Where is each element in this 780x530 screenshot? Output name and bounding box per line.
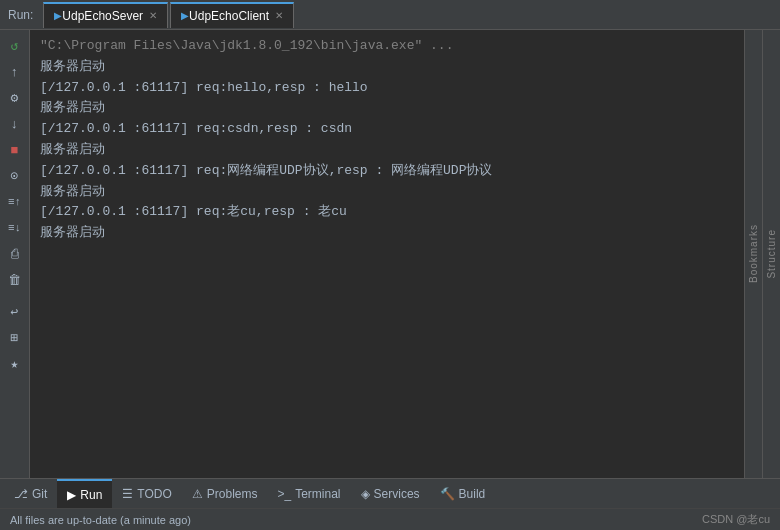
- scroll-up-button[interactable]: ≡↑: [3, 190, 27, 214]
- bottom-tab-todo[interactable]: ☰TODO: [112, 479, 181, 508]
- git-tab-icon: ⎇: [14, 487, 28, 501]
- console-line: 服务器启动: [40, 98, 734, 119]
- server-tab-label: UdpEchoSever: [62, 9, 143, 23]
- console-line: 服务器启动: [40, 223, 734, 244]
- run-tab-label: Run: [80, 488, 102, 502]
- server-tab-close[interactable]: ✕: [149, 10, 157, 21]
- structure-label: Structure: [766, 229, 777, 279]
- todo-tab-icon: ☰: [122, 487, 133, 501]
- tab-udpechoserver[interactable]: ▶ UdpEchoSever ✕: [43, 2, 168, 28]
- bottom-tab-build[interactable]: 🔨Build: [430, 479, 496, 508]
- status-text: All files are up-to-date (a minute ago): [10, 514, 191, 526]
- tab-udpechoclient[interactable]: ▶ UdpEchoClient ✕: [170, 2, 294, 28]
- status-right: CSDN @老cu: [702, 512, 770, 527]
- rerun-button[interactable]: ↺: [3, 34, 27, 58]
- terminal-tab-icon: >_: [278, 487, 292, 501]
- left-toolbar: ↺ ↑ ⚙ ↓ ■ ⊙ ≡↑ ≡↓ ⎙ 🗑 ↩ ⊞ ★: [0, 30, 30, 478]
- camera-button[interactable]: ⊙: [3, 164, 27, 188]
- bottom-tab-services[interactable]: ◈Services: [351, 479, 430, 508]
- build-tab-icon: 🔨: [440, 487, 455, 501]
- bottom-tab-problems[interactable]: ⚠Problems: [182, 479, 268, 508]
- console-line: [/127.0.0.1 :61117] req:csdn,resp : csdn: [40, 119, 734, 140]
- scroll-down-button[interactable]: ≡↓: [3, 216, 27, 240]
- client-tab-close[interactable]: ✕: [275, 10, 283, 21]
- terminal-tab-label: Terminal: [295, 487, 340, 501]
- print-button[interactable]: ⎙: [3, 242, 27, 266]
- problems-tab-icon: ⚠: [192, 487, 203, 501]
- server-tab-icon: ▶: [54, 10, 62, 21]
- console-line: [/127.0.0.1 :61117] req:老cu,resp : 老cu: [40, 202, 734, 223]
- services-tab-label: Services: [374, 487, 420, 501]
- run-tab-icon: ▶: [67, 488, 76, 502]
- client-tab-label: UdpEchoClient: [189, 9, 269, 23]
- services-tab-icon: ◈: [361, 487, 370, 501]
- bottom-tab-git[interactable]: ⎇Git: [4, 479, 57, 508]
- stop-button[interactable]: ■: [3, 138, 27, 162]
- settings-button[interactable]: ⚙: [3, 86, 27, 110]
- status-bar: All files are up-to-date (a minute ago) …: [0, 508, 780, 530]
- bookmarks-label: Bookmarks: [748, 224, 759, 283]
- structure-sidebar[interactable]: Structure: [762, 30, 780, 478]
- console-line: [/127.0.0.1 :61117] req:网络编程UDP协议,resp :…: [40, 161, 734, 182]
- console-line: 服务器启动: [40, 140, 734, 161]
- problems-tab-label: Problems: [207, 487, 258, 501]
- console-line: 服务器启动: [40, 182, 734, 203]
- bottom-tab-run[interactable]: ▶Run: [57, 479, 112, 508]
- console-output: "C:\Program Files\Java\jdk1.8.0_192\bin\…: [30, 30, 744, 478]
- bottom-tab-bar: ⎇Git▶Run☰TODO⚠Problems>_Terminal◈Service…: [0, 478, 780, 508]
- console-line: [/127.0.0.1 :61117] req:hello,resp : hel…: [40, 78, 734, 99]
- up-button[interactable]: ↑: [3, 60, 27, 84]
- main-area: ↺ ↑ ⚙ ↓ ■ ⊙ ≡↑ ≡↓ ⎙ 🗑 ↩ ⊞ ★ "C:\Program …: [0, 30, 780, 478]
- back-button[interactable]: ↩: [3, 300, 27, 324]
- bookmark-button[interactable]: ★: [3, 352, 27, 376]
- client-tab-icon: ▶: [181, 10, 189, 21]
- git-tab-label: Git: [32, 487, 47, 501]
- group-button[interactable]: ⊞: [3, 326, 27, 350]
- bookmarks-sidebar[interactable]: Bookmarks: [744, 30, 762, 478]
- bottom-tab-terminal[interactable]: >_Terminal: [268, 479, 351, 508]
- run-label: Run:: [8, 8, 33, 22]
- todo-tab-label: TODO: [137, 487, 171, 501]
- down-button[interactable]: ↓: [3, 112, 27, 136]
- run-bar: Run: ▶ UdpEchoSever ✕ ▶ UdpEchoClient ✕: [0, 0, 780, 30]
- console-line: "C:\Program Files\Java\jdk1.8.0_192\bin\…: [40, 36, 734, 57]
- build-tab-label: Build: [459, 487, 486, 501]
- console-line: 服务器启动: [40, 57, 734, 78]
- trash-button[interactable]: 🗑: [3, 268, 27, 292]
